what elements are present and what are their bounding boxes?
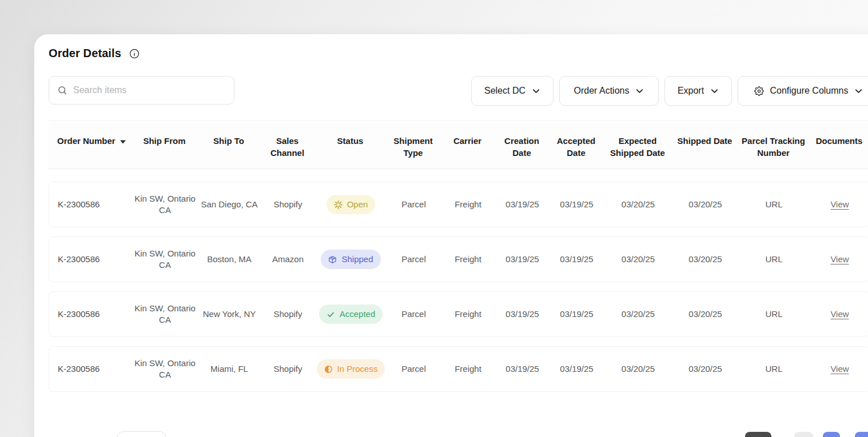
column-header-status: Status xyxy=(314,121,386,169)
table-header: Order NumberShip FromShip ToSales Channe… xyxy=(49,120,868,169)
check-icon xyxy=(327,310,335,319)
column-header-expected-shipped-date: Expected Shipped Date xyxy=(603,121,672,169)
cell-shipped-date: 03/20/25 xyxy=(672,254,738,265)
table-row: K-2300586Kin SW, Ontario CASan Diego, CA… xyxy=(49,182,868,227)
title-row: Order Details xyxy=(49,47,140,60)
cell-creation-date: 03/19/25 xyxy=(495,254,550,265)
status-badge: Accepted xyxy=(319,304,383,324)
cell-sales-channel: Shopify xyxy=(261,308,315,320)
cell-parcel-tracking: URL xyxy=(738,308,810,320)
cell-shipment-type: Parcel xyxy=(387,308,441,320)
cell-order-number: K-2300586 xyxy=(49,308,132,320)
search-icon xyxy=(57,85,67,95)
cell-parcel-tracking: URL xyxy=(738,199,810,210)
page-title: Order Details xyxy=(49,47,121,60)
cell-ship-from: Kin SW, Ontario CA xyxy=(132,193,198,216)
configure-columns-button[interactable]: Configure Columns xyxy=(738,76,868,106)
cell-sales-channel: Shopify xyxy=(261,363,315,375)
pagination-button-light[interactable] xyxy=(794,432,813,437)
cell-documents: View xyxy=(810,199,868,210)
cell-shipped-date: 03/20/25 xyxy=(672,363,738,375)
chevron-down-icon xyxy=(854,87,863,95)
cell-creation-date: 03/19/25 xyxy=(495,363,550,375)
search-box[interactable] xyxy=(49,76,234,105)
column-header-parcel-tracking: Parcel Tracking Number xyxy=(738,121,809,169)
status-label: Open xyxy=(347,199,368,210)
cell-creation-date: 03/19/25 xyxy=(495,308,550,320)
column-header-order-number[interactable]: Order Number xyxy=(49,121,132,169)
cell-creation-date: 03/19/25 xyxy=(495,199,550,210)
order-details-card: Order Details Select DC Order Actions Ex… xyxy=(34,34,868,437)
cell-accepted-date: 03/19/25 xyxy=(550,254,604,265)
cell-shipped-date: 03/20/25 xyxy=(672,199,738,210)
pagination-button-blue[interactable] xyxy=(823,432,840,437)
pagination-button-dark[interactable] xyxy=(745,432,771,437)
order-actions-button[interactable]: Order Actions xyxy=(559,76,659,106)
cell-documents: View xyxy=(810,254,868,265)
select-dc-label: Select DC xyxy=(484,86,525,96)
cell-ship-to: San Diego, CA xyxy=(198,199,261,210)
cell-accepted-date: 03/19/25 xyxy=(550,363,604,375)
cell-ship-from: Kin SW, Ontario CA xyxy=(132,358,198,380)
column-header-documents: Documents xyxy=(809,121,868,169)
column-header-shipped-date: Shipped Date xyxy=(672,121,738,169)
cell-expected-shipped-date: 03/20/25 xyxy=(604,308,672,320)
cell-ship-to: Boston, MA xyxy=(198,254,261,265)
gear-icon xyxy=(754,86,764,96)
cell-order-number: K-2300586 xyxy=(49,363,132,375)
cell-order-number: K-2300586 xyxy=(49,199,132,210)
column-header-ship-to: Ship To xyxy=(197,121,260,169)
table-row: K-2300586Kin SW, Ontario CANew York, NYS… xyxy=(49,291,868,337)
view-documents-link[interactable]: View xyxy=(830,254,849,264)
export-button[interactable]: Export xyxy=(664,76,732,106)
cell-parcel-tracking: URL xyxy=(738,254,810,265)
page-size-select[interactable] xyxy=(117,431,166,437)
half-circle-icon xyxy=(324,365,333,374)
cell-documents: View xyxy=(810,308,868,320)
cell-status: In Process xyxy=(315,359,387,379)
cell-ship-from: Kin SW, Ontario CA xyxy=(132,248,198,271)
toolbar: Select DC Order Actions Export Configure… xyxy=(471,76,868,106)
cell-order-number: K-2300586 xyxy=(49,254,132,265)
cell-expected-shipped-date: 03/20/25 xyxy=(604,363,672,375)
view-documents-link[interactable]: View xyxy=(830,309,849,319)
cell-ship-to: New York, NY xyxy=(198,308,261,320)
cell-expected-shipped-date: 03/20/25 xyxy=(604,199,672,210)
cell-sales-channel: Shopify xyxy=(261,199,315,210)
spinner-burst-icon xyxy=(334,201,343,209)
column-header-accepted-date: Accepted Date xyxy=(549,121,603,169)
cell-accepted-date: 03/19/25 xyxy=(550,308,604,320)
table-row: K-2300586Kin SW, Ontario CAMiami, FLShop… xyxy=(49,346,868,392)
status-badge: In Process xyxy=(317,359,385,379)
cell-carrier: Freight xyxy=(441,254,495,265)
export-label: Export xyxy=(678,86,704,96)
status-badge: Shipped xyxy=(321,250,380,269)
order-actions-label: Order Actions xyxy=(574,86,630,96)
search-input[interactable] xyxy=(73,85,226,95)
column-header-ship-from: Ship From xyxy=(132,121,197,169)
cell-status: Accepted xyxy=(315,304,387,324)
package-icon xyxy=(328,255,337,264)
cell-shipment-type: Parcel xyxy=(387,199,441,210)
sort-caret-icon[interactable] xyxy=(120,140,126,144)
cell-ship-to: Miami, FL xyxy=(198,363,261,375)
view-documents-link[interactable]: View xyxy=(830,199,849,209)
table-row: K-2300586Kin SW, Ontario CABoston, MAAma… xyxy=(49,236,868,282)
cell-status: Shipped xyxy=(315,250,387,269)
cell-shipment-type: Parcel xyxy=(387,254,441,265)
status-label: In Process xyxy=(337,363,378,375)
pagination-button-blue[interactable] xyxy=(855,432,868,437)
select-dc-button[interactable]: Select DC xyxy=(471,76,554,106)
chevron-down-icon xyxy=(635,87,644,95)
cell-expected-shipped-date: 03/20/25 xyxy=(604,254,672,265)
column-header-sales-channel: Sales Channel xyxy=(260,121,314,169)
info-icon[interactable] xyxy=(129,48,140,59)
cell-ship-from: Kin SW, Ontario CA xyxy=(132,303,198,326)
column-header-shipment-type: Shipment Type xyxy=(386,121,440,169)
cell-carrier: Freight xyxy=(441,363,495,375)
orders-table: Order NumberShip FromShip ToSales Channe… xyxy=(49,120,868,401)
cell-status: Open xyxy=(315,195,387,214)
status-badge: Open xyxy=(327,195,376,214)
configure-columns-label: Configure Columns xyxy=(770,86,849,96)
view-documents-link[interactable]: View xyxy=(830,364,849,374)
